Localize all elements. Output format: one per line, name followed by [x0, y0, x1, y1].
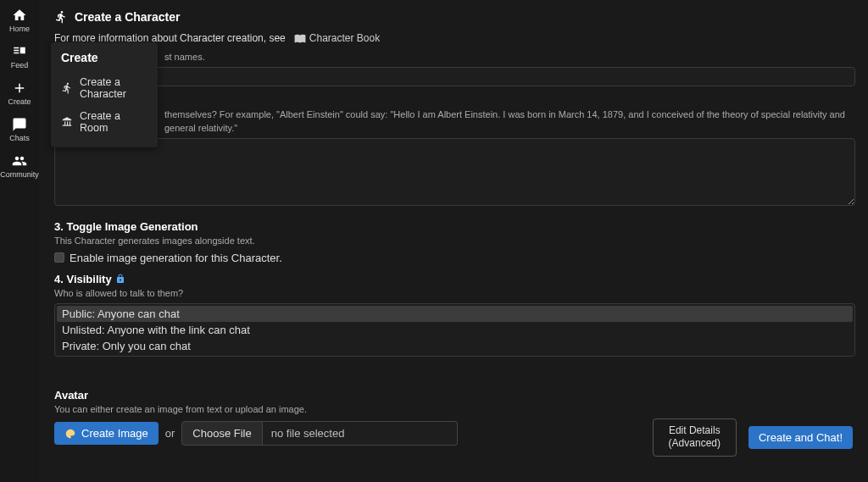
- main-content: Create a Character For more information …: [39, 0, 868, 482]
- sidebar-item-feed[interactable]: Feed: [0, 40, 39, 76]
- visibility-option-public[interactable]: Public: Anyone can chat: [57, 306, 853, 322]
- create-and-chat-button[interactable]: Create and Chat!: [748, 426, 853, 449]
- character-name-input[interactable]: [54, 67, 855, 86]
- sidebar-item-home[interactable]: Home: [0, 3, 39, 40]
- image-gen-checkbox-row[interactable]: Enable image generation for this Charact…: [54, 252, 853, 264]
- checkbox-label: Enable image generation for this Charact…: [70, 252, 282, 264]
- create-popover: Create Create a Character Create a Room: [51, 42, 158, 147]
- visibility-hint: Who is allowed to talk to them?: [54, 287, 853, 300]
- running-person-icon: [61, 82, 73, 94]
- feed-icon: [12, 44, 27, 59]
- page-title: Create a Character: [54, 10, 853, 24]
- footer-actions: Edit Details (Advanced) Create and Chat!: [653, 418, 853, 457]
- sidebar-item-create[interactable]: Create: [0, 76, 39, 113]
- checkbox-icon[interactable]: [54, 252, 64, 263]
- create-image-button[interactable]: Create Image: [54, 422, 159, 445]
- greeting-hint: themselves? For example, "Albert Einstei…: [54, 108, 853, 135]
- plus-icon: [12, 80, 27, 96]
- choose-file-button[interactable]: Choose File: [181, 421, 262, 446]
- image-gen-hint: This Character generates images alongsid…: [54, 235, 853, 247]
- sidebar-label: Community: [0, 170, 39, 179]
- or-label: or: [165, 427, 175, 440]
- greeting-textarea[interactable]: [54, 138, 855, 206]
- sidebar-item-chats[interactable]: Chats: [0, 113, 39, 149]
- edit-details-button[interactable]: Edit Details (Advanced): [653, 418, 737, 457]
- file-name-display: no file selected: [263, 421, 458, 446]
- section-image-gen: 3. Toggle Image Generation: [54, 220, 853, 233]
- popover-create-room[interactable]: Create a Room: [51, 105, 158, 139]
- section-visibility: 4. Visibility: [54, 273, 853, 285]
- popover-title: Create: [51, 51, 158, 71]
- sidebar-label: Chats: [9, 134, 30, 142]
- group-icon: [12, 153, 27, 169]
- visibility-option-private[interactable]: Private: Only you can chat: [57, 338, 853, 354]
- left-sidebar: Home Feed Create Chats Community: [0, 0, 39, 482]
- book-icon: [294, 32, 306, 44]
- avatar-hint: You can either create an image from text…: [54, 403, 853, 416]
- sidebar-label: Create: [8, 97, 31, 106]
- info-line: For more information about Character cre…: [54, 32, 853, 44]
- page-title-text: Create a Character: [75, 10, 181, 24]
- visibility-option-unlisted[interactable]: Unlisted: Anyone with the link can chat: [57, 322, 853, 338]
- lock-icon: [115, 274, 125, 284]
- sidebar-label: Home: [9, 25, 30, 33]
- room-icon: [61, 116, 73, 128]
- sidebar-item-community[interactable]: Community: [0, 149, 39, 186]
- character-book-link[interactable]: Character Book: [294, 32, 380, 44]
- popover-create-character[interactable]: Create a Character: [51, 71, 158, 105]
- visibility-select[interactable]: Public: Anyone can chat Unlisted: Anyone…: [54, 303, 855, 357]
- book-label: Character Book: [309, 32, 380, 44]
- name-hint: st names.: [54, 51, 853, 64]
- running-person-icon: [54, 10, 68, 24]
- sidebar-label: Feed: [11, 61, 29, 69]
- chats-icon: [12, 117, 27, 132]
- section-avatar: Avatar: [54, 389, 853, 402]
- home-icon: [12, 8, 27, 23]
- palette-icon: [64, 428, 76, 440]
